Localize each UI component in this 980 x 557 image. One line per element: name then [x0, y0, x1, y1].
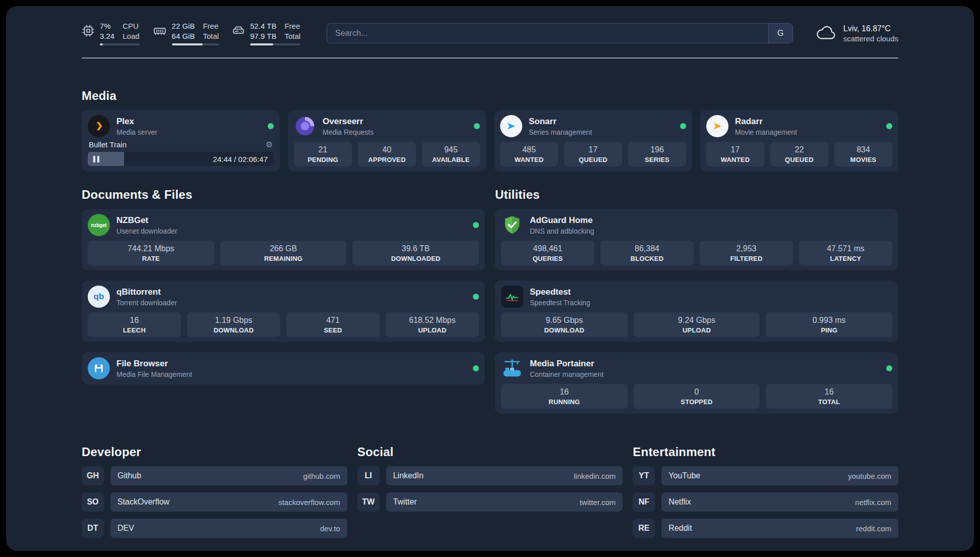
sonarr-logo-icon	[500, 115, 522, 137]
app-name: Plex	[116, 117, 157, 127]
bookmark-stackoverflow[interactable]: SO StackOverflow stackoverflow.com	[82, 492, 347, 512]
cpu-label: CPU	[122, 21, 139, 31]
memory-total-value: 64 GiB	[172, 31, 195, 41]
bookmark-bar: Reddit reddit.com	[661, 519, 898, 538]
app-subtitle: Series management	[529, 128, 592, 136]
adguard-logo-icon	[501, 214, 523, 236]
stat-box: 834 MOVIES	[834, 142, 892, 166]
search-engine-button[interactable]: G	[768, 24, 792, 43]
stat-box: 47.571 ms LATENCY	[799, 241, 892, 265]
stat-box: 9.24 Gbps UPLOAD	[634, 312, 760, 337]
app-card-radarr[interactable]: Radarr Movie management 17 WANTED 22 QUE…	[700, 110, 898, 172]
stat-box: 744.21 Mbps RATE	[88, 241, 214, 265]
stat-box: 618.52 Mbps UPLOAD	[386, 312, 479, 337]
hdd-icon	[232, 24, 245, 37]
stat-box: 22 QUEUED	[770, 142, 828, 166]
bookmark-columns: Developer GH Github github.com SO StackO…	[82, 445, 898, 538]
status-dot	[473, 222, 479, 228]
pause-icon[interactable]	[93, 156, 99, 162]
status-dot	[886, 365, 892, 371]
stat-box: 945 AVAILABLE	[422, 142, 480, 166]
filebrowser-logo-icon	[88, 357, 110, 379]
weather-widget: Lviv, 16.87°C scattered clouds	[815, 24, 898, 43]
section-title-developer: Developer	[82, 445, 347, 459]
stat-box: 0 STOPPED	[634, 384, 760, 409]
app-subtitle: Torrent downloader	[116, 299, 177, 307]
app-card-adguard[interactable]: AdGuard Home DNS and adblocking 498,461 …	[495, 209, 898, 270]
stat-box: 16 TOTAL	[766, 384, 892, 409]
bookmark-youtube[interactable]: YT YouTube youtube.com	[633, 466, 898, 485]
disk-free-label: Free	[284, 21, 300, 31]
app-card-sonarr[interactable]: Sonarr Series management 485 WANTED 17 Q…	[494, 110, 692, 172]
radarr-logo-icon	[706, 115, 728, 137]
section-title-media: Media	[82, 89, 898, 103]
section-developer: Developer GH Github github.com SO StackO…	[82, 445, 347, 538]
app-card-nzbget[interactable]: nzbget NZBGet Usenet downloader 744.21 M…	[82, 209, 485, 270]
bookmark-reddit[interactable]: RE Reddit reddit.com	[633, 519, 898, 538]
bookmark-github[interactable]: GH Github github.com	[82, 466, 347, 485]
app-subtitle: Usenet downloader	[116, 227, 177, 235]
gear-icon[interactable]: ⚙	[266, 141, 273, 149]
stat-box: 17 WANTED	[706, 142, 764, 166]
section-documents: Documents & Files nzbget NZBGet Usenet d…	[82, 188, 485, 414]
stat-box: 498,461 QUERIES	[501, 241, 594, 265]
weather-location: Lviv, 16.87°C	[843, 24, 898, 33]
overseerr-logo-icon	[294, 115, 316, 137]
app-card-qbittorrent[interactable]: qb qBittorrent Torrent downloader 16 LEE…	[82, 281, 485, 342]
now-playing-widget: Bullet Train ⚙ 24:44 / 02:06:47	[88, 140, 274, 166]
stat-box: 16 LEECH	[88, 312, 181, 337]
bookmark-abbr-badge: YT	[633, 466, 655, 485]
stat-box: 2,953 FILTERED	[700, 241, 793, 265]
cpu-load-value: 3.24	[100, 31, 114, 41]
bookmark-twitter[interactable]: TW Twitter twitter.com	[357, 492, 623, 512]
app-subtitle: Media File Management	[116, 370, 192, 378]
bookmark-abbr-badge: TW	[357, 492, 380, 512]
section-media: Media Plex Media server Bullet Train	[82, 89, 898, 172]
ram-icon	[153, 24, 167, 37]
bookmark-bar: Github github.com	[110, 466, 347, 485]
disk-free-value: 52.4 TB	[250, 21, 276, 31]
app-name: File Browser	[116, 359, 192, 369]
app-name: Overseerr	[323, 117, 374, 127]
app-card-plex[interactable]: Plex Media server Bullet Train ⚙ 24:44	[82, 110, 280, 172]
app-card-overseerr[interactable]: Overseerr Media Requests 21 PENDING 40 A…	[288, 110, 486, 172]
section-title-utilities: Utilities	[495, 188, 898, 202]
app-card-speedtest[interactable]: Speedtest Speedtest Tracking 9.65 Gbps D…	[495, 281, 898, 342]
bookmark-bar: YouTube youtube.com	[661, 466, 898, 485]
stat-box: 39.6 TB DOWNLOADED	[352, 241, 479, 265]
app-name: NZBGet	[116, 215, 177, 226]
stat-box: 266 GB REMAINING	[220, 241, 347, 265]
memory-free-value: 22 GiB	[172, 21, 195, 31]
cpu-metric: 7% 3.24 CPU Load	[82, 21, 140, 45]
stat-box: 1.19 Gbps DOWNLOAD	[187, 312, 280, 337]
app-name: Speedtest	[530, 287, 590, 297]
stat-box: 86,384 BLOCKED	[600, 241, 694, 265]
section-title-social: Social	[357, 445, 623, 459]
playback-progress-bar[interactable]: 24:44 / 02:06:47	[88, 152, 274, 166]
nzbget-logo-icon: nzbget	[88, 214, 110, 236]
app-card-filebrowser[interactable]: File Browser Media File Management	[82, 352, 485, 384]
app-name: AdGuard Home	[530, 215, 594, 226]
search-input[interactable]	[327, 24, 768, 43]
disk-total-label: Total	[284, 31, 300, 41]
bookmark-abbr-badge: GH	[82, 466, 104, 485]
cpu-usage-bar	[100, 43, 140, 45]
qbittorrent-logo-icon: qb	[88, 286, 110, 308]
status-dot	[268, 123, 274, 129]
bookmark-netflix[interactable]: NF Netflix netflix.com	[633, 492, 898, 512]
memory-total-label: Total	[203, 31, 219, 41]
memory-free-label: Free	[203, 21, 219, 31]
stat-box: 17 QUEUED	[564, 142, 622, 166]
topbar-divider	[82, 58, 898, 59]
status-dot	[886, 123, 892, 129]
status-dot	[474, 123, 480, 129]
memory-usage-bar	[172, 43, 219, 45]
app-card-portainer[interactable]: Media Portainer Container management 16 …	[495, 352, 898, 414]
app-name: qBittorrent	[116, 287, 177, 297]
stat-box: 485 WANTED	[500, 142, 558, 166]
bookmark-linkedin[interactable]: LI LinkedIn linkedin.com	[357, 466, 623, 485]
bookmark-dev[interactable]: DT DEV dev.to	[82, 519, 347, 538]
middle-columns: Documents & Files nzbget NZBGet Usenet d…	[82, 188, 898, 414]
stat-box: 0.993 ms PING	[766, 312, 892, 337]
now-playing-title: Bullet Train	[89, 140, 127, 149]
